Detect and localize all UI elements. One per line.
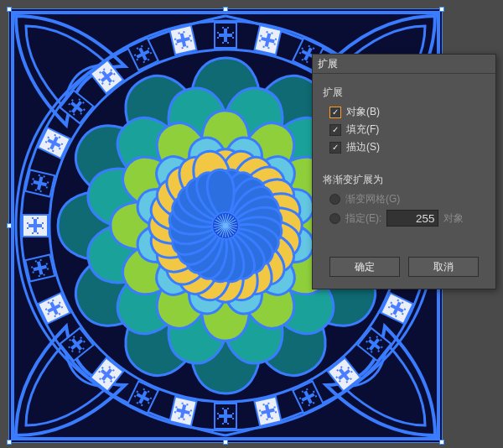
checkbox-object[interactable]: [329, 107, 341, 118]
selection-handle[interactable]: [439, 7, 444, 12]
checkbox-object-label: 对象(B): [346, 105, 380, 119]
radio-specify: [329, 213, 340, 224]
selection-handle[interactable]: [7, 7, 12, 12]
radio-gradient-mesh: [329, 194, 340, 205]
specify-suffix: 对象: [443, 211, 464, 226]
selection-handle[interactable]: [439, 440, 444, 445]
selection-handle[interactable]: [223, 440, 228, 445]
group-title-expand: 扩展: [323, 86, 485, 100]
dialog-title: 扩展: [318, 57, 338, 71]
selection-handle[interactable]: [7, 440, 12, 445]
dialog-titlebar[interactable]: 扩展: [313, 55, 495, 74]
radio-specify-label: 指定(E):: [345, 211, 381, 226]
checkbox-stroke[interactable]: [329, 142, 341, 154]
checkbox-fill[interactable]: [329, 124, 341, 136]
expand-dialog: 扩展 扩展 对象(B) 填充(F) 描边(S) 将渐变扩展为 渐变网格(G): [312, 54, 496, 289]
specify-count-input: [386, 210, 438, 227]
selection-handle[interactable]: [223, 7, 228, 12]
group-title-gradient: 将渐变扩展为: [323, 173, 485, 187]
checkbox-fill-label: 填充(F): [346, 122, 379, 137]
radio-gradient-mesh-label: 渐变网格(G): [345, 192, 400, 206]
cancel-button[interactable]: 取消: [408, 257, 479, 277]
ok-button[interactable]: 确定: [329, 257, 400, 277]
selection-handle[interactable]: [7, 223, 12, 228]
checkbox-stroke-label: 描边(S): [346, 140, 380, 154]
